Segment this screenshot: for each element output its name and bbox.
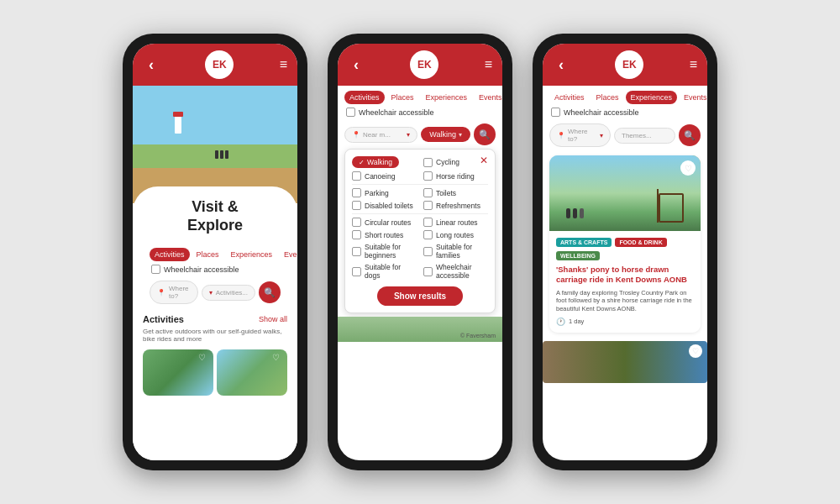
- search-icon-2: 🔍: [479, 129, 491, 140]
- filter-beginners-2[interactable]: Suitable for beginners: [352, 243, 417, 260]
- divider-2-2: [352, 213, 488, 214]
- tab-places-2[interactable]: Places: [386, 91, 419, 104]
- wheelchair-label-1: Wheelchair accessible: [164, 265, 239, 274]
- tab-activities-1[interactable]: Activities: [150, 248, 190, 261]
- filter-walking-2[interactable]: ✓ Walking: [352, 156, 417, 168]
- near-input-2[interactable]: 📍 Near m... ▾: [344, 127, 417, 143]
- wheelchair-checkbox-3[interactable]: [551, 108, 560, 117]
- tab-places-1[interactable]: Places: [192, 248, 224, 261]
- filter-toilets-2[interactable]: Toilets: [423, 188, 488, 197]
- thumbnail-coast-1[interactable]: ♡: [217, 349, 287, 396]
- search-button-2[interactable]: 🔍: [474, 123, 496, 145]
- heart-icon-2[interactable]: ♡: [272, 353, 284, 365]
- tag-arts-3: ARTS & CRAFTS: [556, 238, 612, 247]
- filter-wheelchair-2[interactable]: Wheelchair accessible: [423, 263, 488, 280]
- phone-2-screen: ‹ EK ≡ Activities Places Experiences Eve…: [338, 44, 502, 460]
- tab-experiences-3[interactable]: Experiences: [626, 91, 678, 104]
- filter-linear-2[interactable]: Linear routes: [423, 218, 488, 227]
- filter-long-2[interactable]: Long routes: [423, 230, 488, 239]
- search-bar-3: 📍 Where to? ▾ Themes... 🔍: [543, 120, 707, 150]
- show-all-button-1[interactable]: Show all: [259, 315, 287, 323]
- tab-experiences-1[interactable]: Experiences: [226, 248, 278, 261]
- activities-placeholder-1: Activities...: [216, 289, 248, 297]
- menu-button-3[interactable]: ≡: [690, 57, 697, 72]
- dogs-label-2: Suitable for dogs: [365, 263, 417, 280]
- short-label-2: Short routes: [365, 231, 403, 239]
- filter-parking-2[interactable]: Parking: [352, 188, 417, 197]
- tab-activities-2[interactable]: Activities: [344, 91, 385, 104]
- dogs-checkbox-2: [352, 267, 361, 276]
- wheelchair-label-2: Wheelchair accessible: [359, 108, 434, 117]
- refreshments-checkbox-2: [423, 201, 433, 210]
- families-checkbox-2: [423, 247, 433, 256]
- tab-events-2[interactable]: Events: [474, 91, 502, 104]
- walking-checked-2: ✓ Walking: [352, 156, 399, 168]
- bottom-image-3: ♡: [543, 341, 707, 383]
- tab-experiences-2[interactable]: Experiences: [421, 91, 473, 104]
- filter-dogs-2[interactable]: Suitable for dogs: [352, 263, 417, 280]
- filter-disabled-toilets-2[interactable]: Disabled toilets: [352, 201, 417, 210]
- clock-icon-3: 🕐: [556, 318, 565, 326]
- nav-tabs-2: Activities Places Experiences Events: [338, 86, 502, 104]
- activities-section-1: Activities Show all Get active outdoors …: [143, 314, 287, 396]
- phone-1-header: ‹ EK ≡: [133, 44, 297, 86]
- search-icon-1: 🔍: [264, 287, 276, 298]
- content-card-1: Visit &Explore Activities Places Experie…: [133, 186, 297, 460]
- themes-input-3[interactable]: Themes...: [614, 128, 675, 144]
- horse-label-2: Horse riding: [436, 172, 475, 181]
- section-title-1: Activities: [143, 314, 184, 324]
- filter-families-2[interactable]: Suitable for families: [423, 243, 488, 260]
- disabled-label-2: Disabled toilets: [365, 202, 413, 210]
- horse-checkbox-2: [423, 171, 433, 181]
- hero-image-1: [133, 86, 297, 203]
- activities-input-1[interactable]: ▾ Activities...: [202, 285, 255, 301]
- filter-refreshments-2[interactable]: Refreshments: [423, 201, 488, 210]
- tab-events-1[interactable]: Events: [279, 248, 297, 261]
- logo-3: EK: [615, 50, 643, 79]
- show-results-button-2[interactable]: Show results: [377, 286, 463, 306]
- close-button-2[interactable]: ✕: [480, 155, 488, 166]
- tab-activities-3[interactable]: Activities: [549, 91, 590, 104]
- nav-tabs-3: Activities Places Experiences Events: [543, 86, 707, 104]
- logo-1: EK: [205, 50, 234, 79]
- wheelchair-checkbox-1[interactable]: [151, 265, 160, 274]
- wheelchair-checkbox-2[interactable]: [346, 108, 355, 117]
- tab-events-3[interactable]: Events: [679, 91, 707, 104]
- filter-cycling-2[interactable]: Cycling: [423, 156, 488, 168]
- filter-canoeing-2[interactable]: Canoeing: [352, 171, 417, 181]
- thumbnail-river-1[interactable]: ♡: [143, 349, 213, 396]
- search-button-1[interactable]: 🔍: [259, 281, 281, 303]
- back-button-2[interactable]: ‹: [348, 56, 365, 74]
- back-button-1[interactable]: ‹: [143, 56, 160, 74]
- phone-2: ‹ EK ≡ Activities Places Experiences Eve…: [328, 34, 512, 470]
- toilets-checkbox-2: [423, 188, 433, 197]
- faversham-label-2: © Faversham: [460, 333, 496, 339]
- beginners-checkbox-2: [352, 247, 361, 256]
- where-input-1[interactable]: 📍 Where to?: [150, 281, 198, 304]
- filter-dropdown-2: ✕ ✓ Walking Cycling Ca: [344, 149, 496, 313]
- heart-icon-1[interactable]: ♡: [198, 353, 210, 365]
- map-strip-2: © Faversham: [338, 317, 502, 342]
- heart-icon-4[interactable]: ♡: [689, 344, 702, 358]
- families-label-2: Suitable for families: [436, 243, 488, 260]
- parking-checkbox-2: [352, 188, 361, 197]
- filter-short-2[interactable]: Short routes: [352, 230, 417, 239]
- search-button-3[interactable]: 🔍: [679, 124, 701, 146]
- menu-button-1[interactable]: ≡: [280, 57, 287, 72]
- phone-3: ‹ EK ≡ Activities Places Experiences Eve…: [533, 34, 717, 470]
- tab-places-3[interactable]: Places: [591, 91, 624, 104]
- phone-3-screen: ‹ EK ≡ Activities Places Experiences Eve…: [543, 44, 707, 460]
- filter-circular-2[interactable]: Circular routes: [352, 218, 417, 227]
- menu-button-2[interactable]: ≡: [485, 57, 492, 72]
- long-checkbox-2: [423, 230, 433, 239]
- filter-grid-activities-2: ✓ Walking Cycling Canoeing Horse: [352, 156, 488, 181]
- search-bar-1: 📍 Where to? ▾ Activities... 🔍: [143, 277, 287, 307]
- circular-checkbox-2: [352, 218, 361, 227]
- walking-filter-2[interactable]: Walking ▾: [421, 127, 470, 142]
- back-button-3[interactable]: ‹: [553, 56, 570, 74]
- heart-icon-3[interactable]: ♡: [680, 160, 696, 176]
- where-placeholder-1: Where to?: [169, 285, 191, 300]
- filter-horse-2[interactable]: Horse riding: [423, 171, 488, 181]
- where-input-3[interactable]: 📍 Where to? ▾: [549, 123, 611, 147]
- where-placeholder-3: Where to?: [568, 128, 597, 143]
